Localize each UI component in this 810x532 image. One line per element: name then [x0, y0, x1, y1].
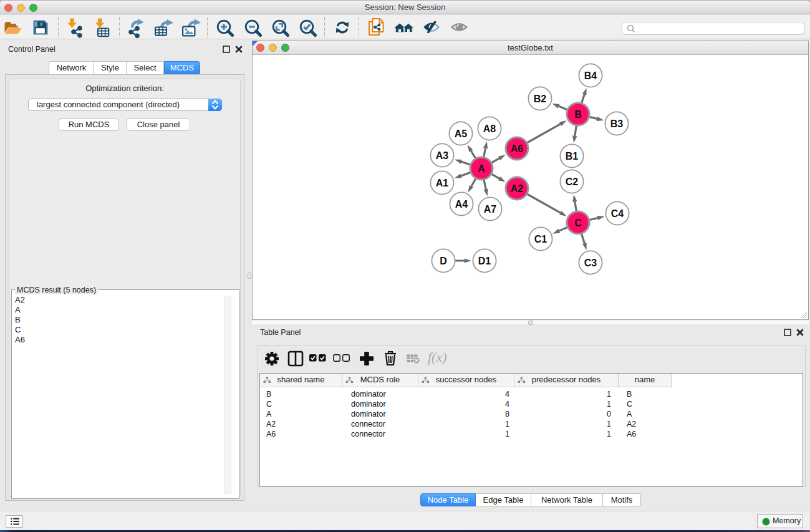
- svg-text:A8: A8: [483, 123, 496, 134]
- svg-text:A7: A7: [484, 204, 497, 215]
- svg-text:B1: B1: [566, 151, 579, 162]
- svg-text:B2: B2: [534, 94, 547, 104]
- svg-text:A1: A1: [436, 178, 449, 188]
- svg-text:C3: C3: [584, 258, 597, 268]
- svg-text:C4: C4: [611, 208, 624, 219]
- svg-text:B4: B4: [584, 70, 597, 81]
- svg-text:D: D: [440, 256, 447, 266]
- svg-text:A: A: [478, 163, 485, 174]
- svg-text:B: B: [574, 109, 582, 120]
- svg-text:C1: C1: [534, 234, 547, 244]
- svg-text:A2: A2: [511, 183, 524, 194]
- svg-text:A6: A6: [511, 143, 524, 154]
- svg-text:A5: A5: [455, 128, 468, 139]
- svg-text:A3: A3: [436, 150, 449, 161]
- svg-text:A4: A4: [455, 199, 468, 210]
- svg-text:C2: C2: [566, 177, 579, 187]
- svg-text:C: C: [574, 218, 582, 228]
- svg-text:D1: D1: [478, 256, 491, 266]
- svg-text:B3: B3: [610, 118, 624, 129]
